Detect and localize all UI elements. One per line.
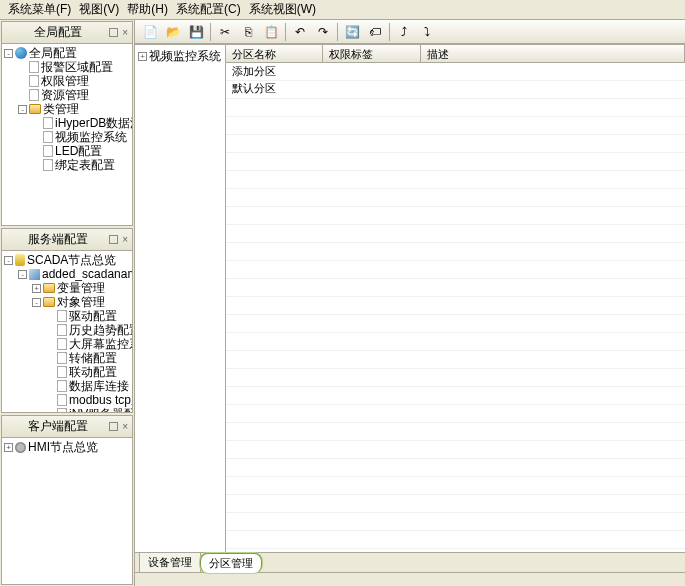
- page-icon: [57, 338, 67, 350]
- tree-alarm[interactable]: 报警区域配置: [41, 60, 113, 74]
- page-icon: [57, 310, 67, 322]
- row-default[interactable]: 默认分区: [226, 80, 685, 97]
- menu-system[interactable]: 系统菜单(F): [8, 1, 71, 18]
- tb-open[interactable]: 📂: [162, 22, 184, 42]
- folder-icon: [43, 283, 55, 293]
- folder-icon: [29, 104, 41, 114]
- pin-icon[interactable]: [109, 235, 118, 244]
- tb-redo[interactable]: ↷: [312, 22, 334, 42]
- expand-icon[interactable]: -: [4, 256, 13, 265]
- folder-icon: [43, 297, 55, 307]
- page-icon: [57, 408, 67, 412]
- tree-modbus[interactable]: modbus tcp服务配置: [69, 393, 132, 407]
- gear-icon: [15, 442, 26, 453]
- inner-tree: +视频监控系统: [135, 45, 226, 552]
- tree-screen[interactable]: 大屏幕监控系统: [69, 337, 132, 351]
- tb-copy[interactable]: ⎘: [237, 22, 259, 42]
- page-icon: [43, 131, 53, 143]
- tb-new[interactable]: 📄: [139, 22, 161, 42]
- page-icon: [57, 352, 67, 364]
- tree-perm[interactable]: 权限管理: [41, 74, 89, 88]
- grid-body: 添加分区 默认分区: [226, 63, 685, 552]
- db-icon: [15, 254, 25, 266]
- panel-client: 客户端配置 × +HMI节点总览: [1, 415, 133, 585]
- sidebar: 全局配置 × -全局配置 报警区域配置 权限管理 资源管理 -类管理 iHype…: [0, 20, 135, 586]
- globe-icon: [15, 47, 27, 59]
- cube-icon: [29, 269, 40, 280]
- expand-icon[interactable]: +: [4, 443, 13, 452]
- main-area: 📄 📂 💾 ✂ ⎘ 📋 ↶ ↷ 🔄 🏷 ⤴ ⤵ +视频监控系统 分区名称: [135, 20, 685, 586]
- row-add[interactable]: 添加分区: [226, 63, 685, 80]
- pin-icon[interactable]: [109, 422, 118, 431]
- tb-tag[interactable]: 🏷: [364, 22, 386, 42]
- tb-export[interactable]: ⤴: [393, 22, 415, 42]
- col-name[interactable]: 分区名称: [226, 45, 323, 62]
- inner-tree-video[interactable]: 视频监控系统: [149, 48, 221, 65]
- tb-undo[interactable]: ↶: [289, 22, 311, 42]
- tree-hist[interactable]: 历史趋势配置: [69, 323, 132, 337]
- tree-bind[interactable]: 绑定表配置: [55, 158, 115, 172]
- tree-video[interactable]: 视频监控系统: [55, 130, 127, 144]
- page-icon: [43, 145, 53, 157]
- statusbar: [135, 572, 685, 586]
- tree-global-root[interactable]: 全局配置: [29, 46, 77, 60]
- expand-icon[interactable]: -: [32, 298, 41, 307]
- panel-server-title: 服务端配置: [6, 231, 109, 248]
- expand-icon[interactable]: +: [138, 52, 147, 61]
- tab-zone[interactable]: 分区管理: [200, 553, 262, 573]
- tb-cut[interactable]: ✂: [214, 22, 236, 42]
- tree-led[interactable]: LED配置: [55, 144, 102, 158]
- tree-scada-root[interactable]: SCADA节点总览: [27, 253, 116, 267]
- page-icon: [29, 75, 39, 87]
- close-icon[interactable]: ×: [122, 421, 128, 432]
- expand-icon[interactable]: -: [18, 105, 27, 114]
- menubar: 系统菜单(F) 视图(V) 帮助(H) 系统配置(C) 系统视图(W): [0, 0, 685, 20]
- page-icon: [43, 159, 53, 171]
- tree-drv[interactable]: 驱动配置: [69, 309, 117, 323]
- col-tag[interactable]: 权限标签: [323, 45, 421, 62]
- page-icon: [57, 380, 67, 392]
- menu-view[interactable]: 视图(V): [79, 1, 119, 18]
- tree-res[interactable]: 资源管理: [41, 88, 89, 102]
- tree-trans[interactable]: 转储配置: [69, 351, 117, 365]
- tab-device[interactable]: 设备管理: [139, 552, 201, 572]
- close-icon[interactable]: ×: [122, 27, 128, 38]
- bottom-tabs: 设备管理 分区管理: [135, 552, 685, 572]
- expand-icon[interactable]: -: [18, 270, 27, 279]
- tree-var[interactable]: 变量管理: [57, 281, 105, 295]
- menu-help[interactable]: 帮助(H): [127, 1, 168, 18]
- page-icon: [57, 366, 67, 378]
- tree-dbconn[interactable]: 数据库连接: [69, 379, 129, 393]
- tree-link[interactable]: 联动配置: [69, 365, 117, 379]
- tb-paste[interactable]: 📋: [260, 22, 282, 42]
- tree-obj[interactable]: 对象管理: [57, 295, 105, 309]
- tree-inv[interactable]: iNV服务器配置: [69, 407, 132, 412]
- menu-sysconfig[interactable]: 系统配置(C): [176, 1, 241, 18]
- tree-ihyper[interactable]: iHyperDB数据源配置: [55, 116, 132, 130]
- close-icon[interactable]: ×: [122, 234, 128, 245]
- panel-server: 服务端配置 × -SCADA节点总览 -added_scadaname1 +变量…: [1, 228, 133, 413]
- page-icon: [29, 89, 39, 101]
- page-icon: [43, 117, 53, 129]
- panel-global-title: 全局配置: [6, 24, 109, 41]
- panel-client-title: 客户端配置: [6, 418, 109, 435]
- page-icon: [57, 324, 67, 336]
- panel-global: 全局配置 × -全局配置 报警区域配置 权限管理 资源管理 -类管理 iHype…: [1, 21, 133, 226]
- page-icon: [29, 61, 39, 73]
- pin-icon[interactable]: [109, 28, 118, 37]
- expand-icon[interactable]: -: [4, 49, 13, 58]
- tree-scada-added[interactable]: added_scadaname1: [42, 267, 132, 281]
- tb-refresh[interactable]: 🔄: [341, 22, 363, 42]
- tb-import[interactable]: ⤵: [416, 22, 438, 42]
- tree-hmi[interactable]: HMI节点总览: [28, 440, 98, 454]
- tree-type[interactable]: 类管理: [43, 102, 79, 116]
- menu-sysview[interactable]: 系统视图(W): [249, 1, 316, 18]
- tb-save[interactable]: 💾: [185, 22, 207, 42]
- toolbar: 📄 📂 💾 ✂ ⎘ 📋 ↶ ↷ 🔄 🏷 ⤴ ⤵: [135, 20, 685, 44]
- expand-icon[interactable]: +: [32, 284, 41, 293]
- page-icon: [57, 394, 67, 406]
- col-desc[interactable]: 描述: [421, 45, 685, 62]
- grid-header: 分区名称 权限标签 描述: [226, 45, 685, 63]
